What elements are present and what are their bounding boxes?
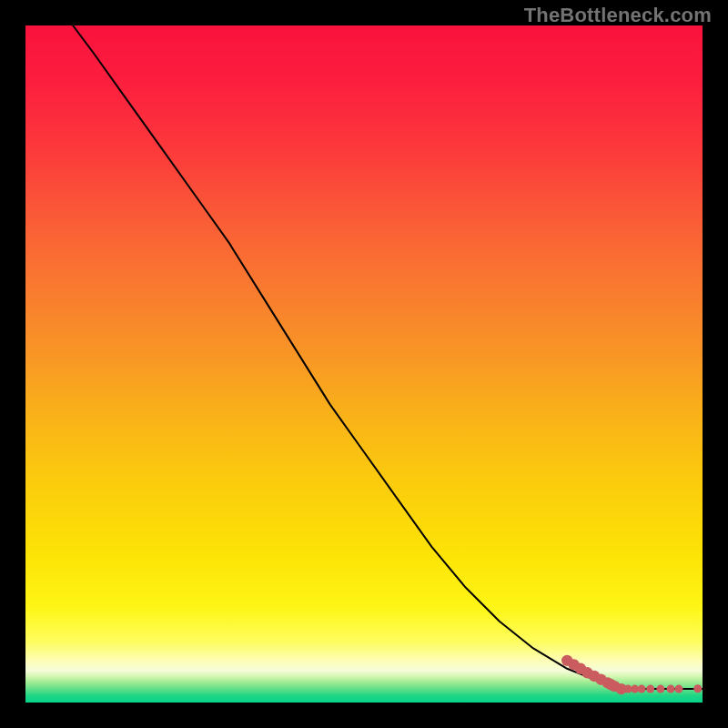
data-marker [674, 685, 682, 693]
data-markers-group [561, 655, 702, 695]
data-marker [693, 684, 702, 693]
data-marker [656, 685, 664, 693]
watermark-text: TheBottleneck.com [524, 4, 712, 27]
data-marker [646, 685, 654, 693]
data-marker [638, 685, 646, 693]
chart-container: TheBottleneck.com [0, 0, 728, 728]
data-marker [667, 685, 675, 693]
bottleneck-curve [73, 25, 703, 689]
chart-plot-area [25, 25, 703, 703]
chart-svg-layer [25, 25, 703, 703]
